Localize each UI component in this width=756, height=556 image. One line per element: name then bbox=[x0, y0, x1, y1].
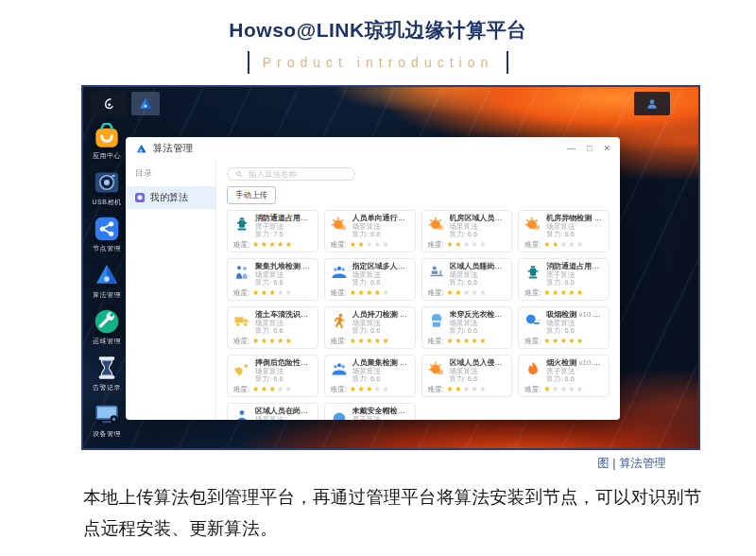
maximize-button[interactable]: □ bbox=[587, 145, 592, 153]
algorithm-card[interactable]: 烟火检测 v10.17_6.3 原子算法 算力: 6.6 难度: ★★★★★ bbox=[518, 355, 610, 397]
difficulty-label: 难度: bbox=[428, 385, 444, 394]
algorithm-card[interactable]: 人员单向通行检测 v10.24_6.3 场景算法 算力: 6.6 难度: ★★★… bbox=[324, 210, 416, 252]
algorithm-card[interactable]: 机房异物检测 v10.24_6.3 场景算法 算力: 6.6 难度: ★★★★★ bbox=[518, 210, 610, 252]
subtitle-left-bar bbox=[248, 51, 249, 74]
algorithm-version: v10.17_6.3 bbox=[400, 358, 409, 367]
alert-lock-icon bbox=[428, 360, 445, 377]
algorithm-power: 算力: 6.6 bbox=[255, 327, 312, 336]
search-box bbox=[227, 167, 355, 181]
algorithm-version: v10.13_6.3 bbox=[578, 310, 603, 319]
dock-item[interactable]: USB相机 bbox=[93, 169, 122, 207]
window-body: 目录 我的算法 手动上传 消防通道占用识别 v10.18_6.3 bbox=[126, 160, 620, 420]
algorithm-power: 算力: 6.6 bbox=[352, 327, 409, 336]
usb-camera-icon bbox=[94, 169, 120, 196]
algorithm-card[interactable]: 机房区域人员检测 v10.24_6.3 场景算法 算力: 6.6 难度: ★★★… bbox=[421, 210, 513, 252]
dock-item-label: 算法管理 bbox=[93, 290, 121, 300]
manual-upload-button[interactable]: 手动上传 bbox=[227, 186, 276, 204]
algorithm-name: 人员单向通行检测 bbox=[352, 214, 409, 222]
algorithm-manager-window: 算法管理 —□✕ 目录 我的算法 手动上传 bbox=[126, 137, 620, 420]
algorithm-triangle-icon[interactable] bbox=[131, 92, 160, 115]
algorithm-card[interactable]: 摔倒后危险性的可能性判断 ... 场景算法 算力: 6.6 难度: ★★★★★ bbox=[227, 355, 318, 397]
search-input[interactable] bbox=[247, 168, 347, 180]
close-button[interactable]: ✕ bbox=[603, 145, 610, 153]
user-avatar-icon[interactable] bbox=[634, 92, 670, 115]
algorithm-power: 算力: 7.5 bbox=[255, 231, 312, 239]
difficulty-label: 难度: bbox=[233, 288, 249, 298]
page-subtitle: Product introduction bbox=[0, 51, 756, 74]
dock-item-label: 运维管理 bbox=[93, 337, 121, 346]
purple-cube-icon bbox=[134, 192, 146, 203]
algorithm-version: v10.12_6.3 bbox=[400, 310, 409, 319]
algorithm-power: 算力: 6.6 bbox=[450, 231, 507, 239]
algorithm-card[interactable]: 人员聚集检测 v10.17_6.3 场景算法 算力: 6.6 难度: ★★★★★ bbox=[324, 355, 416, 397]
algorithm-card[interactable]: 消防通道占用识别 v10.19_6.3 原子算法 算力: 6.6 难度: ★★★… bbox=[518, 258, 610, 301]
algorithm-card[interactable]: 区域人员睡岗检测 v10.18_6.3 场景算法 算力: 6.6 难度: ★★★… bbox=[421, 258, 513, 301]
algorithm-card[interactable]: 区域人员入侵检测 v10.17_6... 场景算法 算力: 6.6 难度: ★★… bbox=[421, 355, 513, 397]
running-person-icon bbox=[331, 312, 348, 329]
difficulty-label: 难度: bbox=[524, 288, 541, 298]
difficulty-label: 难度: bbox=[428, 337, 444, 346]
person-desk-icon bbox=[428, 264, 445, 281]
dock-item[interactable]: 运维管理 bbox=[93, 308, 121, 346]
algorithm-type: 场景算法 bbox=[255, 416, 312, 420]
algorithm-card[interactable]: 消防通道占用识别 v10.18_6.3 原子算法 算力: 7.5 难度: ★★★… bbox=[227, 210, 318, 252]
window-controls: —□✕ bbox=[567, 145, 610, 153]
dock-item[interactable]: 算法管理 bbox=[93, 262, 121, 300]
algorithm-card[interactable]: 指定区域多人聚集检测 v10... 场景算法 算力: 6.6 难度: ★★★★★ bbox=[324, 258, 416, 301]
page-title: Howso@LINK琼玑边缘计算平台 bbox=[0, 17, 756, 43]
sidebar-item-my-algorithms[interactable]: 我的算法 bbox=[126, 186, 215, 209]
algorithm-triangle-icon bbox=[135, 143, 147, 155]
algorithm-name: 指定区域多人聚集检测 bbox=[352, 262, 409, 270]
dock-item-label: USB相机 bbox=[93, 198, 122, 207]
algorithm-name: 机房区域人员检测 bbox=[450, 214, 507, 222]
algorithm-card[interactable]: 吸烟检测 v10.13_6.3 场景算法 算力: 6.6 难度: ★★★★★ bbox=[518, 306, 610, 349]
node-network-icon bbox=[94, 216, 120, 242]
difficulty-label: 难度: bbox=[233, 385, 249, 394]
algorithm-card[interactable]: 未穿反光衣检测 v10.12_6.3 场景算法 算力: 6.6 难度: ★★★★… bbox=[421, 306, 513, 349]
algorithm-version: v10.24_6.3 bbox=[593, 214, 603, 222]
dock-item[interactable]: 节点管理 bbox=[93, 216, 121, 253]
desktop-dock: 应用中心 USB相机 节点管理 算法管理 运维管理 告警记录 设备管理 bbox=[86, 123, 128, 439]
algorithm-card[interactable]: 未戴安全帽检测 v10.12_6.3 原子算法 算力: 6.6 难度: ★★★★… bbox=[324, 403, 416, 420]
dock-item-label: 节点管理 bbox=[93, 244, 121, 253]
dock-item-label: 设备管理 bbox=[93, 429, 121, 439]
crowd-people-icon bbox=[331, 360, 348, 377]
sidebar-section-label: 目录 bbox=[135, 167, 215, 180]
dock-item[interactable]: 设备管理 bbox=[93, 401, 121, 439]
difficulty-stars: ★★★★★ bbox=[252, 338, 293, 345]
algorithm-power: 算力: 6.6 bbox=[546, 327, 603, 336]
difficulty-stars: ★★★★★ bbox=[447, 241, 488, 249]
algorithm-name: 渣土车清洗识别 bbox=[255, 310, 308, 319]
dock-item-label: 应用中心 bbox=[93, 151, 121, 161]
algorithm-card[interactable]: 人员持刀检测 v10.12_6.3 场景算法 算力: 6.6 难度: ★★★★★ bbox=[324, 306, 416, 349]
algorithm-type: 原子算法 bbox=[352, 416, 409, 420]
window-title: 算法管理 bbox=[153, 142, 193, 155]
difficulty-label: 难度: bbox=[331, 337, 347, 346]
algorithm-power: 算力: 6.6 bbox=[546, 375, 603, 384]
howso-logo-icon[interactable] bbox=[91, 92, 127, 115]
algorithm-name: 消防通道占用识别 bbox=[255, 214, 312, 222]
alert-lock-icon bbox=[428, 216, 445, 233]
algorithm-power: 算力: 6.6 bbox=[352, 375, 409, 384]
difficulty-label: 难度: bbox=[524, 240, 541, 250]
fire-hydrant-icon bbox=[233, 216, 250, 233]
algorithm-power: 算力: 6.6 bbox=[255, 279, 312, 287]
difficulty-label: 难度: bbox=[428, 240, 444, 250]
algorithm-card[interactable]: 渣土车清洗识别 v10.13_6.3 场景算法 算力: 6.6 难度: ★★★★… bbox=[227, 306, 318, 349]
sidebar-item-label: 我的算法 bbox=[150, 191, 188, 204]
device-monitor-icon bbox=[94, 401, 120, 427]
difficulty-label: 难度: bbox=[331, 385, 347, 394]
window-sidebar: 目录 我的算法 bbox=[126, 160, 216, 420]
dock-item[interactable]: 应用中心 bbox=[93, 123, 121, 161]
algorithm-version: v10.13_6.3 bbox=[310, 310, 312, 319]
difficulty-label: 难度: bbox=[524, 337, 541, 346]
algorithm-triangle-icon bbox=[94, 262, 120, 288]
truck-icon bbox=[233, 312, 250, 329]
algorithm-card[interactable]: 区域人员在岗离岗检测 v10... 场景算法 算力: 6.6 难度: ★★★★★ bbox=[227, 403, 318, 420]
minimize-button[interactable]: — bbox=[567, 145, 576, 153]
alert-lock-icon bbox=[331, 216, 348, 233]
dock-item[interactable]: 告警记录 bbox=[93, 355, 121, 392]
algorithm-card[interactable]: 聚集扎堆检测 v10.19_6.3_2 场景算法 算力: 6.6 难度: ★★★… bbox=[227, 258, 318, 301]
safety-helmet-icon bbox=[331, 408, 348, 420]
alert-lock-icon bbox=[524, 216, 541, 233]
